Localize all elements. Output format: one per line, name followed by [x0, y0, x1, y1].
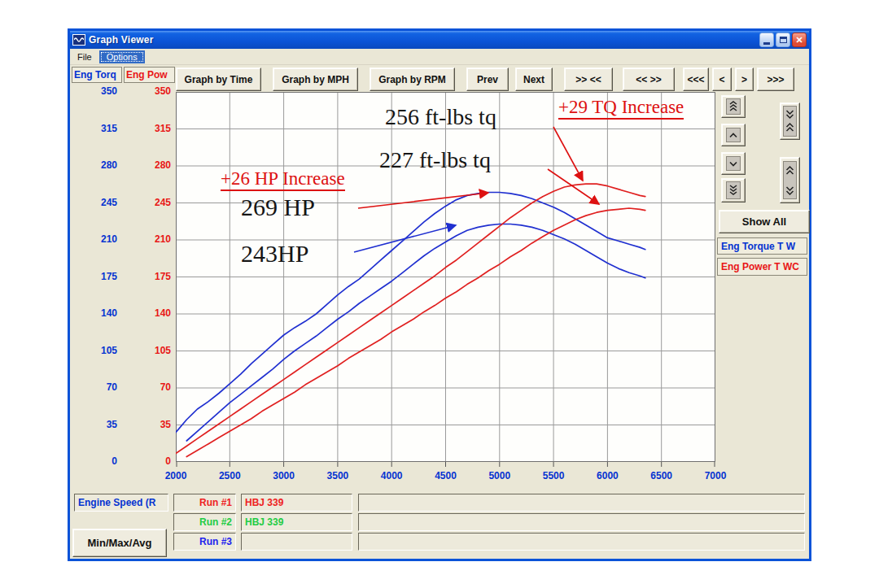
zoom-out-vertical-button[interactable] [780, 157, 800, 203]
y-tick-torque: 210 [78, 233, 117, 245]
scroll-up-icon [726, 128, 741, 142]
x-tick-rpm: 5000 [479, 470, 520, 481]
menu-options[interactable]: Options [99, 50, 145, 63]
annotation-hp-increase: +26 HP Increase [221, 169, 345, 191]
series-box-torque[interactable]: Eng Torque T W [717, 237, 807, 255]
y-tick-torque: 140 [78, 307, 117, 319]
y-tick-power: 0 [135, 455, 171, 467]
main-content: Eng Torq Eng Pow Graph by Time Graph by … [70, 65, 809, 558]
y-tick-power: 105 [135, 345, 171, 356]
x-tick-rpm: 5500 [533, 470, 574, 481]
y-tick-torque: 245 [78, 197, 117, 208]
y-tick-torque: 315 [78, 123, 117, 134]
run2-name-field[interactable]: HBJ 339 [241, 513, 352, 531]
maximize-button[interactable] [776, 33, 790, 47]
annotation-tq-increase: +29 TQ Increase [558, 98, 684, 120]
x-tick-rpm: 3500 [317, 470, 358, 481]
run1-name-field[interactable]: HBJ 339 [241, 494, 352, 512]
y-tick-power: 350 [135, 85, 171, 97]
x-tick-rpm: 3000 [264, 470, 304, 481]
close-button[interactable]: ✕ [792, 33, 807, 47]
zoom-in-vertical-icon [783, 106, 797, 137]
zoom-out-horizontal-button[interactable]: << >> [623, 68, 675, 91]
scroll-up-fast-icon [726, 98, 741, 115]
y-tick-power: 315 [135, 123, 171, 134]
scroll-down-button[interactable] [721, 152, 746, 175]
y-tick-torque: 105 [78, 345, 117, 356]
run2-label: Run #2 [173, 513, 236, 531]
scroll-left-button[interactable]: < [712, 68, 732, 91]
run1-label: Run #1 [173, 494, 236, 512]
zoom-in-vertical-button[interactable] [780, 102, 800, 140]
y-tick-power: 175 [135, 271, 171, 282]
y-tick-torque: 70 [78, 381, 117, 393]
y-tick-power: 35 [135, 419, 171, 430]
graph-viewer-window: Graph Viewer ✕ File Options Eng Torq Eng… [68, 28, 811, 561]
series-box-power[interactable]: Eng Power T WC [717, 258, 807, 276]
window-title: Graph Viewer [89, 34, 759, 46]
y-tick-power: 280 [135, 159, 171, 171]
graph-by-time-button[interactable]: Graph by Time [176, 68, 261, 91]
min-max-avg-button[interactable]: Min/Max/Avg [72, 529, 167, 557]
close-icon: ✕ [795, 35, 802, 46]
x-tick-rpm: 4500 [426, 470, 466, 481]
minimize-icon [763, 42, 770, 45]
annotation-269-hp: 269 HP [241, 195, 315, 220]
y-tick-power: 245 [135, 197, 171, 208]
annotation-227-tq: 227 ft-lbs tq [379, 149, 491, 172]
scroll-up-fast-button[interactable] [721, 95, 746, 118]
y-tick-torque: 280 [78, 159, 117, 171]
run3-label: Run #3 [173, 533, 236, 551]
annotation-243-hp: 243HP [241, 242, 308, 266]
axis-header-power[interactable]: Eng Pow [124, 67, 175, 83]
y-tick-torque: 175 [78, 271, 117, 282]
x-tick-rpm: 4000 [371, 470, 412, 481]
y-tick-torque: 35 [78, 419, 117, 430]
scroll-down-fast-icon [726, 181, 741, 199]
y-tick-torque: 350 [78, 85, 117, 97]
y-tick-power: 140 [135, 307, 171, 319]
minimize-button[interactable] [759, 33, 774, 47]
x-tick-rpm: 2500 [209, 470, 250, 481]
waveform-icon [72, 34, 85, 46]
scroll-right-fast-button[interactable]: >>> [757, 68, 794, 91]
y-tick-power: 70 [135, 381, 171, 393]
scroll-left-fast-button[interactable]: <<< [683, 68, 709, 91]
menu-bar: File Options [70, 49, 809, 65]
graph-by-mph-button[interactable]: Graph by MPH [273, 68, 358, 91]
x-tick-rpm: 6500 [641, 470, 682, 481]
x-tick-rpm: 7000 [695, 470, 736, 481]
x-tick-rpm: 6000 [587, 470, 628, 481]
zoom-out-vertical-icon [783, 161, 797, 199]
scroll-up-button[interactable] [721, 124, 746, 146]
maximize-icon [780, 37, 787, 43]
prev-button[interactable]: Prev [466, 68, 509, 91]
scroll-right-button[interactable]: > [735, 68, 754, 91]
axis-header-torque[interactable]: Eng Torq [72, 67, 122, 83]
y-tick-power: 210 [135, 233, 171, 245]
graph-by-rpm-button[interactable]: Graph by RPM [370, 68, 455, 91]
annotation-256-tq: 256 ft-lbs tq [385, 106, 496, 128]
run2-comment-field[interactable] [358, 513, 805, 531]
scroll-down-fast-button[interactable] [721, 178, 746, 203]
zoom-in-horizontal-button[interactable]: >> << [564, 68, 613, 91]
run3-name-field[interactable] [241, 533, 352, 551]
x-tick-rpm: 2000 [155, 470, 196, 481]
menu-file[interactable]: File [70, 50, 99, 63]
run1-comment-field[interactable] [358, 494, 805, 512]
run3-comment-field[interactable] [358, 533, 805, 551]
show-all-button[interactable]: Show All [719, 210, 810, 233]
desktop: Graph Viewer ✕ File Options Eng Torq Eng… [0, 0, 879, 588]
x-axis-field[interactable]: Engine Speed (R [74, 494, 168, 512]
y-tick-torque: 0 [78, 455, 117, 467]
scroll-down-icon [726, 156, 741, 171]
next-button[interactable]: Next [515, 68, 553, 91]
title-bar: Graph Viewer ✕ [70, 31, 809, 49]
